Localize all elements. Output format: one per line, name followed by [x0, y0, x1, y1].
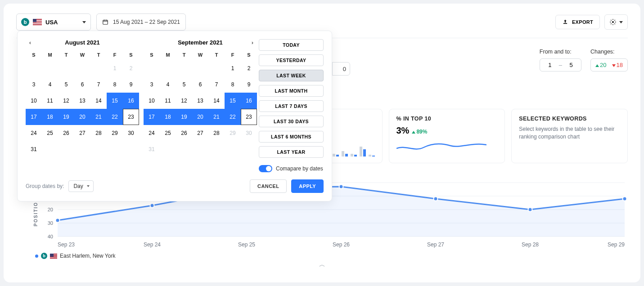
numeric-field-peek[interactable]: 0 [332, 62, 350, 76]
calendar-day[interactable]: 25 [42, 125, 58, 141]
calendar-day[interactable]: 7 [90, 76, 107, 93]
calendar-day[interactable]: 23 [123, 109, 139, 125]
calendar-day[interactable]: 5 [176, 76, 192, 93]
svg-point-19 [339, 185, 343, 189]
calendar-day[interactable]: 17 [26, 109, 42, 125]
calendar-day[interactable]: 29 [107, 125, 123, 141]
calendar-day[interactable]: 13 [192, 93, 208, 109]
month-right-label: September 2021 [178, 39, 223, 46]
cancel-button[interactable]: CANCEL [250, 179, 287, 193]
calendar-day[interactable]: 27 [74, 125, 90, 141]
calendar-day[interactable]: 7 [208, 76, 225, 93]
calendar-day[interactable]: 17 [144, 109, 160, 125]
calendar-day[interactable]: 16 [241, 93, 257, 109]
calendar-day[interactable]: 9 [123, 76, 139, 93]
calendar-day[interactable]: 22 [107, 109, 123, 125]
calendar-day[interactable]: 31 [144, 141, 160, 157]
calendar-day[interactable]: 20 [74, 109, 90, 125]
calendar-day[interactable]: 19 [176, 109, 192, 125]
calendar-day[interactable]: 1 [225, 60, 241, 76]
calendar-day[interactable]: 18 [42, 109, 58, 125]
preset-last-year[interactable]: LAST YEAR [259, 146, 324, 158]
calendar-day[interactable]: 10 [26, 93, 42, 109]
calendar-day[interactable]: 30 [123, 125, 139, 141]
calendar-day[interactable]: 11 [160, 93, 176, 109]
from-input[interactable] [545, 62, 554, 68]
calendar-day[interactable]: 14 [90, 93, 107, 109]
calendar-day[interactable]: 24 [144, 125, 160, 141]
country-select[interactable]: b USA [16, 13, 91, 31]
calendar-day[interactable]: 21 [208, 109, 225, 125]
from-to-input[interactable]: – [540, 58, 581, 72]
svg-text:40: 40 [48, 234, 53, 239]
calendar-day[interactable]: 15 [107, 93, 123, 109]
preset-yesterday[interactable]: YESTERDAY [259, 54, 324, 66]
apply-button[interactable]: APPLY [291, 179, 324, 193]
preset-last-7-days[interactable]: LAST 7 DAYS [259, 100, 324, 112]
calendar-day[interactable]: 5 [58, 76, 74, 93]
calendar-day[interactable]: 9 [241, 76, 257, 93]
calendar-day[interactable]: 3 [26, 76, 42, 93]
range-separator: – [559, 62, 562, 68]
calendar-day[interactable]: 19 [58, 109, 74, 125]
svg-text:Sep 27: Sep 27 [427, 241, 444, 248]
preset-last-month[interactable]: LAST MONTH [259, 85, 324, 97]
calendar-day[interactable]: 28 [90, 125, 107, 141]
calendar-day[interactable]: 4 [160, 76, 176, 93]
calendar-day[interactable]: 3 [144, 76, 160, 93]
calendar-day[interactable]: 12 [176, 93, 192, 109]
calendar-day[interactable]: 2 [123, 60, 139, 76]
calendar-day[interactable]: 25 [160, 125, 176, 141]
calendar-day[interactable]: 24 [26, 125, 42, 141]
calendar-day[interactable]: 18 [160, 109, 176, 125]
calendar-day[interactable]: 13 [74, 93, 90, 109]
preset-last-30-days[interactable]: LAST 30 DAYS [259, 116, 324, 127]
svg-point-21 [528, 208, 532, 212]
svg-text:Sep 23: Sep 23 [58, 241, 75, 248]
preset-last-6-months[interactable]: LAST 6 MONTHS [259, 131, 324, 143]
calendar-day[interactable]: 27 [192, 125, 208, 141]
date-range-button[interactable]: 15 Aug 2021 – 22 Sep 2021 [96, 13, 186, 31]
calendar-day[interactable]: 14 [208, 93, 225, 109]
calendar-day[interactable]: 12 [58, 93, 74, 109]
calendar-day[interactable]: 26 [176, 125, 192, 141]
calendar-day[interactable]: 6 [192, 76, 208, 93]
calendar-day[interactable]: 23 [241, 109, 257, 125]
svg-text:Sep 29: Sep 29 [608, 241, 625, 248]
preset-today[interactable]: TODAY [259, 39, 324, 51]
selected-keywords-card: SELECTED KEYWORDS Select keywords in the… [511, 109, 628, 163]
changes-box[interactable]: 20 18 [590, 58, 628, 72]
dow-cell: W [192, 52, 208, 58]
calendar-day[interactable]: 1 [107, 60, 123, 76]
calendar-day[interactable]: 28 [208, 125, 225, 141]
calendar-day[interactable]: 26 [58, 125, 74, 141]
calendar-day[interactable]: 21 [90, 109, 107, 125]
to-input[interactable] [567, 62, 576, 68]
us-flag-icon [33, 19, 42, 25]
top10-mini-chart [396, 139, 486, 153]
calendar-day[interactable]: 22 [225, 109, 241, 125]
prev-month-button[interactable]: ‹ [26, 38, 35, 47]
collapse-chart-caret[interactable]: ︿ [22, 261, 622, 269]
calendar-day[interactable]: 15 [225, 93, 241, 109]
calendar-day[interactable]: 20 [192, 109, 208, 125]
calendar-day[interactable]: 10 [144, 93, 160, 109]
export-button[interactable]: EXPORT [555, 15, 600, 29]
next-month-button[interactable]: › [248, 38, 257, 47]
group-by-select[interactable]: Day [68, 180, 93, 192]
calendar-day[interactable]: 8 [225, 76, 241, 93]
calendar-day[interactable]: 2 [241, 60, 257, 76]
calendar-day[interactable]: 29 [225, 125, 241, 141]
calendar-day[interactable]: 8 [107, 76, 123, 93]
calendar-day[interactable]: 30 [241, 125, 257, 141]
preset-last-week[interactable]: LAST WEEK [259, 70, 324, 81]
calendar-day[interactable]: 11 [42, 93, 58, 109]
calendar-day[interactable]: 6 [74, 76, 90, 93]
settings-button[interactable] [604, 14, 628, 30]
calendar-day[interactable]: 16 [123, 93, 139, 109]
compare-toggle[interactable] [259, 165, 272, 172]
calendar-day[interactable]: 31 [26, 141, 42, 157]
top10-card[interactable]: % IN TOP 10 3% 89% [389, 109, 505, 163]
calendar-day [74, 60, 90, 76]
calendar-day[interactable]: 4 [42, 76, 58, 93]
